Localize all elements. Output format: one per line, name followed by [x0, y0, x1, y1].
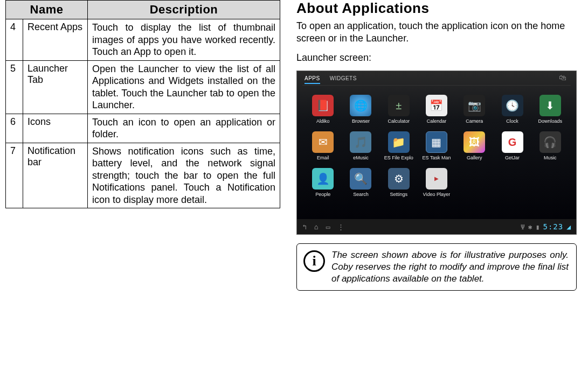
app-label: ES File Explo: [384, 155, 413, 160]
app-item[interactable]: 🕓Clock: [494, 95, 530, 124]
app-icon: 🕓: [502, 95, 523, 116]
app-item[interactable]: ▶Video Player: [418, 168, 455, 197]
row-num: 5: [6, 60, 23, 114]
app-icon: ⚙: [388, 168, 410, 190]
app-icon: G: [502, 131, 523, 153]
tab-widgets[interactable]: WIDGETS: [330, 75, 357, 84]
table-row: 5 Launcher Tab Open the Launcher to view…: [6, 60, 280, 114]
row-desc: Touch to display the list of thumbnail i…: [88, 19, 280, 61]
app-icon: 📅: [426, 95, 447, 116]
home-icon[interactable]: ⌂: [314, 223, 319, 231]
app-item[interactable]: ±Calculator: [381, 95, 417, 124]
app-icon: 🌐: [350, 95, 371, 116]
app-label: Video Player: [423, 192, 451, 197]
app-icon: ▦: [426, 131, 447, 153]
launcher-tabs: APPS WIDGETS: [305, 75, 357, 84]
app-label: Music: [544, 155, 557, 160]
app-grid: 📕Aldiko🌐Browser±Calculator📅Calendar📷Came…: [305, 95, 569, 197]
app-label: Settings: [390, 192, 407, 197]
app-item[interactable]: GGetJar: [494, 131, 530, 160]
table-row: 6 Icons Touch an icon to open an applica…: [6, 114, 280, 143]
app-item[interactable]: 📅Calendar: [418, 95, 455, 124]
app-item[interactable]: 🎵eMusic: [342, 131, 379, 160]
app-item[interactable]: 🌐Browser: [342, 95, 379, 124]
debug-icon: ✱: [528, 223, 532, 231]
intro-paragraph: To open an application, touch the applic…: [296, 20, 577, 45]
info-icon: [303, 250, 325, 272]
more-icon[interactable]: ⋮: [337, 223, 344, 231]
launcher-navbar: ↰ ⌂ ▭ ⋮ Ψ ✱ ▮ 5:23 ◢: [297, 219, 576, 234]
app-label: Downloads: [538, 118, 563, 124]
tab-apps[interactable]: APPS: [305, 75, 320, 84]
app-icon: ✉: [312, 131, 334, 153]
app-item[interactable]: 📕Aldiko: [305, 95, 341, 124]
table-row: 4 Recent Apps Touch to display the list …: [6, 19, 280, 61]
app-label: People: [315, 192, 330, 197]
app-item[interactable]: ✉Email: [305, 131, 341, 160]
screenshot-caption: Launcher screen:: [296, 52, 577, 64]
app-item[interactable]: 👤People: [305, 168, 341, 197]
app-item[interactable]: 🖼Gallery: [456, 131, 493, 160]
app-icon: 🖼: [464, 131, 485, 153]
app-icon: 🎧: [539, 131, 561, 153]
app-icon: 📷: [464, 95, 485, 116]
note-box: The screen shown above is for illustrati…: [296, 243, 577, 291]
app-icon: 🔍: [350, 168, 371, 190]
app-label: eMusic: [353, 155, 369, 160]
row-name: Notification bar: [23, 143, 88, 208]
app-icon: 🎵: [350, 131, 371, 153]
app-label: Camera: [466, 118, 483, 124]
shop-icon[interactable]: 🛍: [559, 73, 569, 83]
note-text: The screen shown above is for illustrati…: [331, 249, 569, 285]
app-label: Clock: [506, 118, 518, 124]
app-icon: 👤: [312, 168, 334, 190]
row-name: Launcher Tab: [23, 60, 88, 114]
row-name: Icons: [23, 114, 88, 143]
app-icon: ±: [388, 95, 410, 116]
tab-divider: [302, 85, 571, 86]
recent-icon[interactable]: ▭: [326, 223, 330, 231]
app-label: Search: [353, 192, 369, 197]
wifi-icon: ◢: [566, 223, 571, 231]
battery-icon: ▮: [536, 223, 540, 231]
usb-icon: Ψ: [521, 223, 525, 231]
app-label: Aldiko: [316, 118, 330, 124]
app-item[interactable]: 🎧Music: [532, 131, 569, 160]
col-header-desc: Description: [88, 1, 280, 19]
app-label: Email: [317, 155, 329, 160]
app-label: Calendar: [427, 118, 447, 124]
table-row: 7 Notification bar Shows notification ic…: [6, 143, 280, 208]
app-icon: ▶: [426, 168, 447, 190]
app-item[interactable]: 📁ES File Explo: [381, 131, 417, 160]
row-num: 7: [6, 143, 23, 208]
app-item[interactable]: ⚙Settings: [381, 168, 417, 197]
app-label: GetJar: [505, 155, 520, 160]
launcher-screenshot: APPS WIDGETS 🛍 📕Aldiko🌐Browser±Calculato…: [296, 71, 577, 235]
definitions-table: Name Description 4 Recent Apps Touch to …: [5, 0, 280, 208]
app-item[interactable]: ▦ES Task Man: [418, 131, 455, 160]
row-num: 6: [6, 114, 23, 143]
app-label: Calculator: [388, 118, 410, 124]
app-item[interactable]: ⬇Downloads: [532, 95, 569, 124]
col-header-name: Name: [6, 1, 88, 19]
app-icon: 📁: [388, 131, 410, 153]
app-label: Browser: [352, 118, 370, 124]
app-item[interactable]: 🔍Search: [342, 168, 379, 197]
app-item[interactable]: 📷Camera: [456, 95, 493, 124]
clock-text: 5:23: [543, 222, 563, 231]
app-label: Gallery: [467, 155, 482, 160]
row-name: Recent Apps: [23, 19, 88, 61]
row-desc: Open the Launcher to view the list of al…: [88, 60, 280, 114]
row-desc: Shows notification icons such as time, b…: [88, 143, 280, 208]
app-icon: ⬇: [539, 95, 561, 116]
section-heading: About Applications: [296, 0, 577, 17]
row-desc: Touch an icon to open an application or …: [88, 114, 280, 143]
back-icon[interactable]: ↰: [302, 223, 307, 231]
row-num: 4: [6, 19, 23, 61]
app-icon: 📕: [312, 95, 334, 116]
app-label: ES Task Man: [423, 155, 451, 160]
